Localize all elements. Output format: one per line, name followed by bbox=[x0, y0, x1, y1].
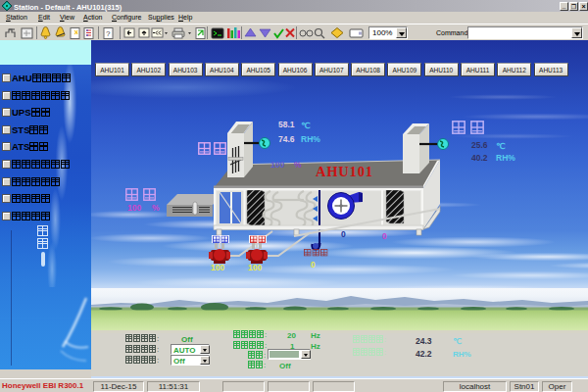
svg-text:100: 100 bbox=[270, 160, 284, 170]
svg-text:%: % bbox=[152, 203, 160, 213]
svg-text:100: 100 bbox=[248, 263, 262, 272]
svg-text:RH%: RH% bbox=[496, 153, 515, 163]
svg-text:RH%: RH% bbox=[301, 134, 320, 144]
svg-text:℃: ℃ bbox=[301, 121, 311, 130]
svg-text:100: 100 bbox=[211, 263, 224, 272]
svg-text:74.6: 74.6 bbox=[278, 134, 295, 144]
svg-text:58.1: 58.1 bbox=[278, 120, 295, 129]
svg-text:℃: ℃ bbox=[496, 141, 506, 151]
svg-text:%: % bbox=[294, 160, 302, 170]
svg-text:40.2: 40.2 bbox=[471, 153, 488, 163]
svg-text:100: 100 bbox=[127, 203, 141, 213]
svg-text:0: 0 bbox=[341, 229, 346, 239]
svg-text:0: 0 bbox=[311, 260, 316, 270]
svg-text:AHU101: AHU101 bbox=[316, 164, 373, 179]
svg-text:25.6: 25.6 bbox=[471, 140, 488, 150]
svg-text:0: 0 bbox=[382, 231, 387, 241]
